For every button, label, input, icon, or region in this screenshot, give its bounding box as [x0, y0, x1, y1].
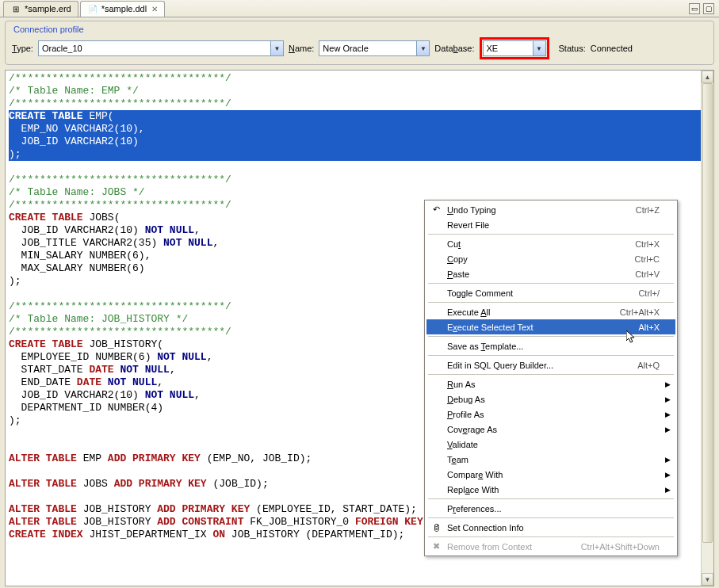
table-icon: ⊞ [10, 3, 21, 14]
scroll-down-button[interactable]: ▼ [702, 573, 713, 586]
name-label: Name: [289, 44, 314, 53]
scroll-thumb[interactable] [702, 83, 713, 543]
database-label: Database: [434, 44, 474, 53]
chevron-right-icon: ▶ [665, 410, 671, 418]
menu-item-label: Debug As [447, 395, 660, 404]
menu-item-label: Run As [447, 380, 660, 389]
code-line: /* Table Name: JOBS */ [9, 186, 713, 199]
menu-item-shortcut: Ctrl+C [635, 254, 660, 264]
menu-item-label: Validate [447, 440, 660, 449]
chevron-right-icon: ▶ [665, 471, 671, 479]
menu-item-revert-file[interactable]: Revert File [426, 217, 675, 232]
chevron-down-icon: ▼ [533, 41, 545, 55]
editor-tabbar: ⊞ *sample.erd 📄 *sample.ddl ✕ ▭ ▢ [0, 0, 719, 17]
scroll-up-button[interactable]: ▲ [702, 71, 713, 83]
code-line: CREATE TABLE EMP( [9, 110, 713, 123]
menu-item-validate[interactable]: Validate [426, 437, 675, 452]
context-menu: ↶Undo TypingCtrl+ZRevert FileCutCtrl+XCo… [424, 200, 678, 556]
menu-separator [428, 302, 674, 303]
menu-item-icon: ↶ [430, 204, 442, 216]
menu-item-replace-with[interactable]: Replace With▶ [426, 482, 675, 497]
type-combo[interactable]: Oracle_10 ▼ [38, 40, 284, 56]
tab-label: *sample.ddl [101, 4, 147, 13]
status-label: Status: [559, 44, 586, 53]
database-highlight: XE ▼ [480, 37, 549, 59]
group-title: Connection profile [12, 25, 707, 34]
chevron-down-icon: ▼ [416, 41, 429, 55]
menu-item-set-connection-info[interactable]: 🛢Set Connection Info [426, 520, 675, 535]
menu-item-paste[interactable]: PasteCtrl+V [426, 266, 675, 281]
menu-separator [428, 355, 674, 356]
menu-item-label: Edit in SQL Query Builder... [447, 361, 637, 370]
file-icon: 📄 [87, 3, 98, 14]
menu-item-label: Compare With [447, 470, 660, 479]
connection-profile-group: Connection profile Type: Oracle_10 ▼ Nam… [5, 21, 714, 65]
menu-item-profile-as[interactable]: Profile As▶ [426, 407, 675, 422]
maximize-button[interactable]: ▢ [703, 3, 714, 14]
menu-item-label: Toggle Comment [447, 288, 638, 298]
menu-item-execute-selected-text[interactable]: Execute Selected TextAlt+X [426, 319, 675, 334]
menu-item-label: Remove from Context [447, 542, 581, 552]
tab-sample-ddl[interactable]: 📄 *sample.ddl ✕ [80, 1, 165, 17]
menu-item-debug-as[interactable]: Debug As▶ [426, 391, 675, 407]
menu-separator [428, 374, 674, 375]
vertical-scrollbar[interactable]: ▲ ▼ [701, 71, 713, 586]
minimize-button[interactable]: ▭ [689, 3, 700, 14]
type-value: Oracle_10 [42, 44, 82, 53]
type-label: Type: [12, 44, 33, 53]
code-line: /**********************************/ [9, 72, 713, 85]
chevron-right-icon: ▶ [665, 486, 671, 494]
menu-item-toggle-comment[interactable]: Toggle CommentCtrl+/ [426, 285, 675, 300]
menu-item-execute-all[interactable]: Execute AllCtrl+Alt+X [426, 304, 675, 319]
menu-item-cut[interactable]: CutCtrl+X [426, 236, 675, 251]
menu-item-shortcut: Alt+Q [637, 361, 660, 370]
menu-item-label: Revert File [447, 220, 660, 230]
menu-item-label: Set Connection Info [447, 523, 660, 533]
menu-item-icon: ✖ [430, 540, 442, 553]
menu-item-label: Replace With [447, 485, 660, 494]
menu-item-shortcut: Ctrl+Alt+X [620, 307, 660, 317]
menu-item-label: Execute All [447, 307, 620, 317]
menu-separator [428, 536, 674, 537]
menu-item-undo-typing[interactable]: ↶Undo TypingCtrl+Z [426, 202, 675, 217]
menu-item-label: Team [447, 455, 660, 464]
menu-item-save-as-template[interactable]: Save as Template... [426, 338, 675, 353]
menu-item-edit-in-sql-query-builder[interactable]: Edit in SQL Query Builder...Alt+Q [426, 357, 675, 372]
code-line: /**********************************/ [9, 174, 713, 186]
menu-item-coverage-as[interactable]: Coverage As▶ [426, 422, 675, 437]
menu-item-label: Save as Template... [447, 342, 660, 351]
menu-item-run-as[interactable]: Run As▶ [426, 376, 675, 391]
chevron-down-icon: ▼ [270, 41, 283, 55]
menu-item-compare-with[interactable]: Compare With▶ [426, 467, 675, 482]
menu-item-shortcut: Ctrl+/ [638, 288, 660, 298]
close-icon[interactable]: ✕ [151, 5, 158, 13]
code-line: /**********************************/ [9, 97, 713, 110]
menu-item-remove-from-context: ✖Remove from ContextCtrl+Alt+Shift+Down [426, 539, 675, 554]
menu-item-label: Preferences... [447, 504, 660, 514]
tab-sample-erd[interactable]: ⊞ *sample.erd [3, 1, 78, 17]
database-combo[interactable]: XE ▼ [483, 40, 546, 56]
code-line [9, 161, 713, 174]
menu-item-shortcut: Ctrl+V [635, 269, 660, 279]
menu-item-shortcut: Ctrl+X [635, 239, 660, 249]
chevron-right-icon: ▶ [665, 380, 671, 388]
menu-item-label: Cut [447, 239, 635, 249]
menu-item-label: Coverage As [447, 425, 660, 434]
menu-item-shortcut: Alt+X [638, 323, 660, 332]
menu-item-icon: 🛢 [430, 521, 442, 534]
menu-item-preferences[interactable]: Preferences... [426, 501, 675, 516]
database-value: XE [487, 44, 499, 53]
menu-separator [428, 283, 674, 284]
code-line: JOB_ID VARCHAR2(10) [9, 136, 713, 148]
menu-item-copy[interactable]: CopyCtrl+C [426, 251, 675, 266]
status-value: Connected [591, 44, 633, 53]
name-combo[interactable]: New Oracle ▼ [319, 40, 430, 56]
sql-editor[interactable]: /**********************************//* T… [5, 70, 714, 586]
menu-separator [428, 234, 674, 235]
menu-item-shortcut: Ctrl+Alt+Shift+Down [581, 542, 660, 552]
code-line: /* Table Name: EMP */ [9, 85, 713, 97]
menu-separator [428, 517, 674, 518]
menu-item-team[interactable]: Team▶ [426, 452, 675, 467]
menu-item-label: Undo Typing [447, 205, 636, 215]
menu-item-label: Profile As [447, 410, 660, 419]
